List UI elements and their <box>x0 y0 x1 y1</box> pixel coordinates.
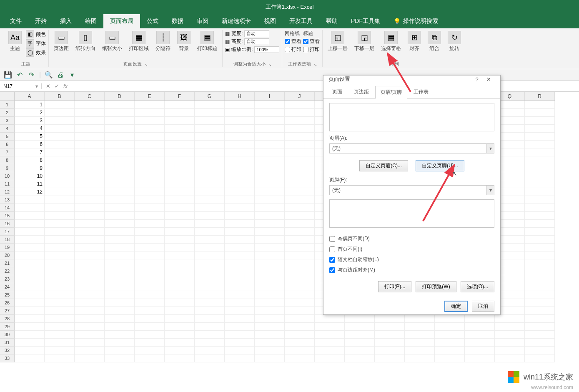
cell[interactable] <box>75 212 105 220</box>
cell[interactable] <box>225 180 255 188</box>
chevron-down-icon[interactable]: ▾ <box>486 144 494 153</box>
ok-button[interactable]: 确定 <box>444 301 468 312</box>
cell[interactable] <box>75 117 105 125</box>
cell[interactable] <box>525 228 555 236</box>
cell[interactable] <box>45 148 75 156</box>
row-header[interactable]: 26 <box>0 299 15 307</box>
cell[interactable] <box>135 251 165 259</box>
cell[interactable] <box>225 275 255 283</box>
cell[interactable] <box>15 331 45 339</box>
cell[interactable] <box>45 267 75 275</box>
cell[interactable] <box>105 307 135 315</box>
cell[interactable] <box>525 283 555 291</box>
cell[interactable] <box>225 315 255 323</box>
cell[interactable] <box>195 141 225 148</box>
cell[interactable] <box>135 212 165 220</box>
cell[interactable] <box>15 347 45 354</box>
cell[interactable] <box>195 148 225 156</box>
cell[interactable] <box>525 267 555 275</box>
cell[interactable] <box>15 339 45 347</box>
cell[interactable] <box>195 275 225 283</box>
cell[interactable] <box>135 180 165 188</box>
tab-view[interactable]: 视图 <box>258 14 283 28</box>
cell[interactable] <box>255 196 285 204</box>
cell[interactable] <box>225 125 255 133</box>
tab-page-layout[interactable]: 页面布局 <box>103 14 140 28</box>
cell[interactable]: 11 <box>15 180 45 188</box>
cell[interactable] <box>525 307 555 315</box>
cell[interactable] <box>105 354 135 362</box>
cell[interactable] <box>495 354 525 362</box>
cell[interactable] <box>225 339 255 347</box>
cell[interactable] <box>195 180 225 188</box>
cell[interactable] <box>165 339 195 347</box>
cell[interactable] <box>525 291 555 299</box>
row-header[interactable]: 22 <box>0 267 15 275</box>
dtab-margins[interactable]: 页边距 <box>348 85 374 98</box>
cell[interactable] <box>135 315 165 323</box>
cell[interactable] <box>105 259 135 267</box>
cell[interactable] <box>315 331 345 339</box>
cell[interactable] <box>195 236 225 244</box>
cell[interactable] <box>45 188 75 196</box>
cell[interactable]: 7 <box>15 148 45 156</box>
input-scale[interactable] <box>254 46 279 53</box>
cell[interactable] <box>45 259 75 267</box>
cell[interactable] <box>255 331 285 339</box>
print-preview-button[interactable]: 打印预览(W) <box>416 281 456 292</box>
cell[interactable] <box>105 148 135 156</box>
cell[interactable] <box>255 156 285 164</box>
cell[interactable] <box>195 291 225 299</box>
cell[interactable] <box>285 188 315 196</box>
print-button[interactable]: 打印(P)... <box>378 281 411 292</box>
cell[interactable] <box>285 228 315 236</box>
cell[interactable] <box>405 347 435 354</box>
cell[interactable] <box>525 236 555 244</box>
cell[interactable] <box>135 236 165 244</box>
cell[interactable] <box>75 275 105 283</box>
tab-file[interactable]: 文件 <box>3 14 28 28</box>
col-header[interactable]: R <box>525 92 555 101</box>
cell[interactable] <box>45 315 75 323</box>
cell[interactable] <box>195 204 225 212</box>
row-header[interactable]: 18 <box>0 236 15 244</box>
cell[interactable] <box>165 188 195 196</box>
cell[interactable] <box>165 212 195 220</box>
cell[interactable] <box>285 259 315 267</box>
cell[interactable] <box>285 354 315 362</box>
cell[interactable] <box>285 236 315 244</box>
cell[interactable] <box>135 291 165 299</box>
cell[interactable] <box>15 275 45 283</box>
row-header[interactable]: 12 <box>0 188 15 196</box>
cell[interactable] <box>15 236 45 244</box>
cell[interactable] <box>195 315 225 323</box>
cell[interactable] <box>225 164 255 172</box>
cell[interactable] <box>165 299 195 307</box>
cell[interactable] <box>435 347 465 354</box>
cell[interactable] <box>45 196 75 204</box>
btn-print-area[interactable]: ▦打印区域 <box>126 30 151 53</box>
cell[interactable] <box>285 331 315 339</box>
cell[interactable] <box>525 259 555 267</box>
cell[interactable] <box>465 354 495 362</box>
dtab-sheet[interactable]: 工作表 <box>408 85 434 98</box>
cell[interactable] <box>405 339 435 347</box>
cell[interactable] <box>165 354 195 362</box>
row-header[interactable]: 24 <box>0 283 15 291</box>
cell[interactable] <box>45 244 75 251</box>
cell[interactable] <box>285 109 315 117</box>
cell[interactable] <box>255 212 285 220</box>
row-header[interactable]: 2 <box>0 109 15 117</box>
cell[interactable] <box>255 204 285 212</box>
help-icon[interactable]: ? <box>472 76 482 83</box>
cell[interactable] <box>195 117 225 125</box>
chevron-down-icon[interactable]: ▾ <box>486 186 494 195</box>
cell[interactable] <box>75 141 105 148</box>
cell[interactable] <box>105 141 135 148</box>
cell[interactable] <box>45 307 75 315</box>
row-header[interactable]: 17 <box>0 228 15 236</box>
cell[interactable] <box>195 331 225 339</box>
cell[interactable] <box>135 204 165 212</box>
tab-insert[interactable]: 插入 <box>53 14 78 28</box>
cell[interactable] <box>525 188 555 196</box>
